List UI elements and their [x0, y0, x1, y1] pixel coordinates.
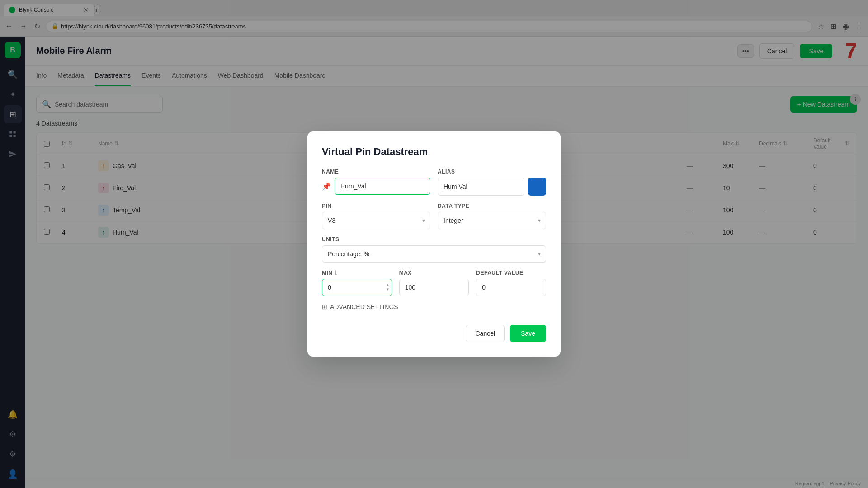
- default-field-group: DEFAULT VALUE: [476, 270, 546, 296]
- stepper-down-button[interactable]: ▼: [386, 287, 390, 292]
- datatype-field-group: DATA TYPE Integer Double String: [438, 203, 546, 229]
- alias-row: [438, 178, 546, 196]
- name-alias-row: NAME 📌 ALIAS: [322, 169, 546, 196]
- modal-cancel-button[interactable]: Cancel: [466, 325, 505, 342]
- modal-overlay[interactable]: Virtual Pin Datastream NAME 📌 ALIAS: [0, 0, 868, 488]
- pin-label: PIN: [322, 203, 430, 209]
- modal-save-button[interactable]: Save: [510, 325, 546, 342]
- pin-icon: 📌: [322, 182, 331, 191]
- plus-icon: ⊞: [322, 303, 327, 310]
- min-info-icon: ℹ: [335, 270, 337, 276]
- pin-field-group: PIN V0 V1 V2 V3 V4 V5: [322, 203, 430, 229]
- min-label: MIN ℹ: [322, 270, 392, 276]
- units-label: UNITS: [322, 236, 546, 243]
- default-label: DEFAULT VALUE: [476, 270, 546, 276]
- min-input[interactable]: [322, 279, 392, 296]
- name-input[interactable]: [335, 178, 430, 195]
- alias-input[interactable]: [438, 178, 524, 196]
- name-field-group: NAME 📌: [322, 169, 430, 196]
- modal-footer: Cancel Save: [322, 325, 546, 342]
- max-label: MAX: [399, 270, 469, 276]
- pin-select[interactable]: V0 V1 V2 V3 V4 V5: [322, 212, 430, 229]
- min-field-group: MIN ℹ ▲ ▼: [322, 270, 392, 296]
- units-select[interactable]: Percentage, % Temperature, °C Humidity, …: [322, 245, 546, 263]
- max-field-group: MAX: [399, 270, 469, 296]
- modal-title: Virtual Pin Datastream: [322, 146, 546, 158]
- units-select-wrapper: Percentage, % Temperature, °C Humidity, …: [322, 245, 546, 263]
- advanced-settings-toggle[interactable]: ⊞ ADVANCED SETTINGS: [322, 303, 546, 310]
- default-input[interactable]: [476, 279, 546, 296]
- max-input[interactable]: [399, 279, 469, 296]
- pin-select-wrapper: V0 V1 V2 V3 V4 V5: [322, 212, 430, 229]
- datatype-select-wrapper: Integer Double String: [438, 212, 546, 229]
- datatype-select[interactable]: Integer Double String: [438, 212, 546, 229]
- alias-color-button[interactable]: [528, 178, 546, 196]
- pin-datatype-row: PIN V0 V1 V2 V3 V4 V5 DATA TYPE In: [322, 203, 546, 229]
- stepper-up-button[interactable]: ▲: [386, 283, 390, 287]
- datatype-label: DATA TYPE: [438, 203, 546, 209]
- units-field-group: UNITS Percentage, % Temperature, °C Humi…: [322, 236, 546, 263]
- alias-field-group: ALIAS: [438, 169, 546, 196]
- min-max-row: MIN ℹ ▲ ▼ MAX DEFAULT VALUE: [322, 270, 546, 296]
- name-label: NAME: [322, 169, 430, 175]
- modal-dialog: Virtual Pin Datastream NAME 📌 ALIAS: [307, 131, 561, 357]
- alias-label: ALIAS: [438, 169, 546, 175]
- advanced-settings-label: ADVANCED SETTINGS: [330, 303, 398, 310]
- min-input-wrapper: ▲ ▼: [322, 279, 392, 296]
- stepper-buttons: ▲ ▼: [386, 283, 390, 292]
